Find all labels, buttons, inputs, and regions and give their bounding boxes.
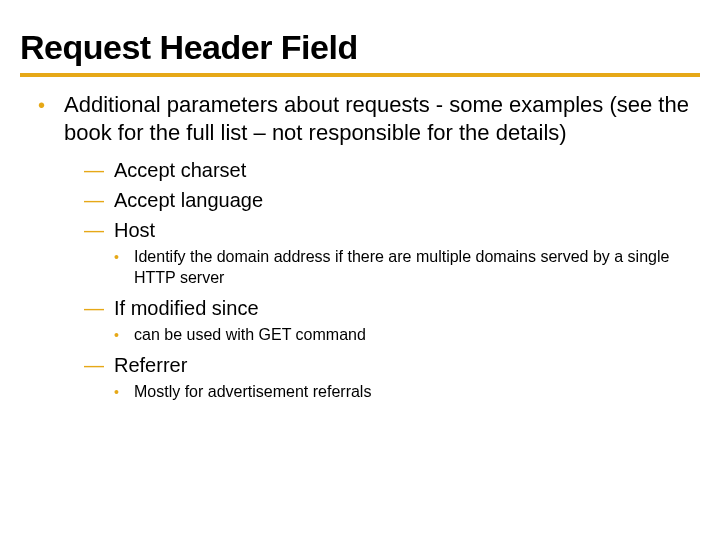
bullet-icon: • xyxy=(114,325,134,346)
subbullet-text: Mostly for advertisement referrals xyxy=(134,382,700,403)
dash-icon: — xyxy=(84,217,114,243)
dash-item-if-modified-since: — If modified since xyxy=(84,295,700,321)
dash-label: Host xyxy=(114,217,155,243)
dash-icon: — xyxy=(84,295,114,321)
dash-item-host: — Host xyxy=(84,217,700,243)
dash-label: If modified since xyxy=(114,295,259,321)
dash-icon: — xyxy=(84,187,114,213)
subbullet-referrer: • Mostly for advertisement referrals xyxy=(114,382,700,403)
subbullet-text: can be used with GET command xyxy=(134,325,700,346)
subbullet-text: Identify the domain address if there are… xyxy=(134,247,700,289)
dash-item-accept-charset: — Accept charset xyxy=(84,157,700,183)
subbullet-if-modified-since: • can be used with GET command xyxy=(114,325,700,346)
bullet-icon: • xyxy=(114,382,134,403)
dash-label: Referrer xyxy=(114,352,187,378)
dash-label: Accept charset xyxy=(114,157,246,183)
bullet-icon: • xyxy=(38,91,64,119)
dash-item-referrer: — Referrer xyxy=(84,352,700,378)
dash-icon: — xyxy=(84,157,114,183)
subbullet-host: • Identify the domain address if there a… xyxy=(114,247,700,289)
content-area: • Additional parameters about requests -… xyxy=(20,91,700,403)
bullet-level1: • Additional parameters about requests -… xyxy=(38,91,700,147)
bullet-text: Additional parameters about requests - s… xyxy=(64,91,700,147)
dash-item-accept-language: — Accept language xyxy=(84,187,700,213)
dash-icon: — xyxy=(84,352,114,378)
bullet-icon: • xyxy=(114,247,134,268)
dash-label: Accept language xyxy=(114,187,263,213)
slide-title: Request Header Field xyxy=(20,28,700,77)
